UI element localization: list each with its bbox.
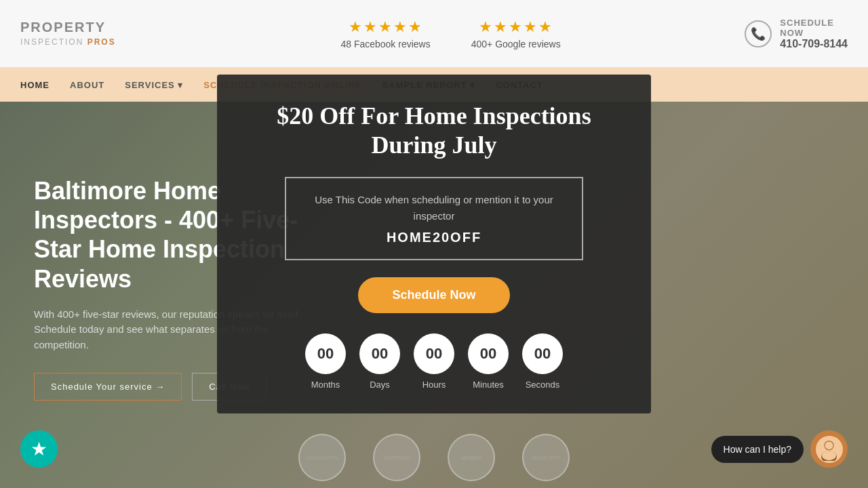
countdown-minutes: 00 Minutes — [468, 333, 509, 390]
schedule-section[interactable]: 📞 SCHEDULENOW 410-709-8144 — [745, 18, 848, 50]
chat-bubble: How can I help? — [711, 436, 804, 463]
cert-badge-2: CERTIFIED — [373, 434, 420, 481]
modal-title: $20 Off For Home Inspections During July — [251, 102, 617, 160]
svg-point-2 — [825, 441, 833, 449]
promo-box: Use This Code when scheduling or mention… — [285, 177, 583, 260]
chat-avatar[interactable] — [810, 430, 848, 468]
hours-value: 00 — [414, 333, 454, 374]
minutes-label: Minutes — [473, 380, 504, 390]
reviews-section: ★★★★★ 48 Facebook reviews ★★★★★ 400+ Goo… — [157, 18, 745, 49]
promo-text: Use This Code when scheduling or mention… — [307, 192, 561, 224]
facebook-reviews: ★★★★★ 48 Facebook reviews — [340, 18, 430, 49]
star-badge-button[interactable]: ★ — [20, 430, 58, 468]
hours-label: Hours — [422, 380, 446, 390]
chat-widget[interactable]: How can I help? — [711, 430, 848, 468]
schedule-label: SCHEDULENOW — [780, 18, 848, 38]
star-icon: ★ — [31, 438, 47, 460]
phone-number: 410-709-8144 — [780, 38, 848, 50]
days-label: Days — [370, 380, 390, 390]
logo: PROPERTY INSPECTION PROS — [20, 20, 116, 47]
countdown-hours: 00 Hours — [414, 333, 454, 390]
seconds-value: 00 — [522, 333, 563, 374]
months-label: Months — [311, 380, 340, 390]
cert-badge-3: MEMBER — [448, 434, 495, 481]
google-review-text: 400+ Google reviews — [471, 39, 561, 49]
schedule-service-button[interactable]: Schedule Your service → — [34, 373, 182, 401]
facebook-review-text: 48 Facebook reviews — [340, 39, 430, 49]
nav-services[interactable]: SERVICES ▾ — [125, 77, 183, 94]
logo-text-pros: PROS — [87, 37, 116, 47]
schedule-info: SCHEDULENOW 410-709-8144 — [780, 18, 848, 50]
months-value: 00 — [305, 333, 346, 374]
countdown-timer: 00 Months 00 Days 00 Hours 00 Minutes 00… — [305, 333, 563, 390]
nav-about[interactable]: ABOUT — [70, 77, 104, 94]
seconds-label: Seconds — [526, 380, 560, 390]
nav-home[interactable]: HOME — [20, 77, 50, 94]
logo-text-property: PROPERTY — [20, 20, 106, 35]
phone-icon: 📞 — [745, 20, 772, 47]
promo-code: HOME20OFF — [307, 230, 561, 245]
modal-schedule-button[interactable]: Schedule Now — [358, 277, 509, 313]
logo-text-inspection: INSPECTION — [20, 37, 87, 47]
countdown-days: 00 Days — [359, 333, 400, 390]
header: PROPERTY INSPECTION PROS ★★★★★ 48 Facebo… — [0, 0, 868, 68]
countdown-months: 00 Months — [305, 333, 346, 390]
minutes-value: 00 — [468, 333, 509, 374]
days-value: 00 — [359, 333, 400, 374]
cert-badge-4: INSPECTOR — [522, 434, 570, 481]
svg-point-3 — [822, 451, 836, 460]
facebook-stars: ★★★★★ — [349, 18, 423, 36]
countdown-seconds: 00 Seconds — [522, 333, 563, 390]
google-stars: ★★★★★ — [479, 18, 553, 36]
chat-avatar-face — [816, 436, 843, 463]
cert-badge-1: ASSOCIATION — [298, 434, 346, 481]
promo-modal: $20 Off For Home Inspections During July… — [217, 75, 651, 413]
avatar-svg — [817, 437, 841, 461]
google-reviews: ★★★★★ 400+ Google reviews — [471, 18, 561, 49]
